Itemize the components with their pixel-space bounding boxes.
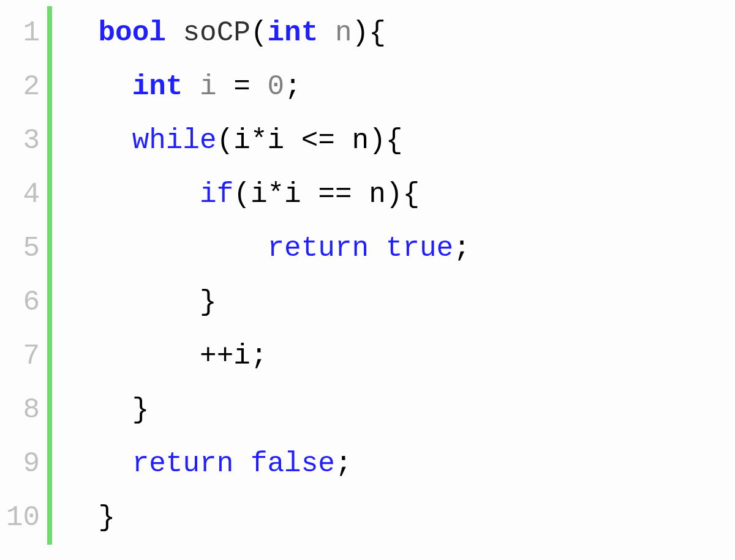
line-number: 10: [6, 491, 40, 545]
code-line-5: return true;: [64, 222, 470, 275]
line-number-gutter: 1 2 3 4 5 6 7 8 9 10: [0, 6, 47, 545]
line-number: 6: [23, 275, 40, 329]
keyword-false: false: [251, 448, 335, 480]
code-line-1: bool soCP(int n){: [64, 6, 470, 60]
code-area: bool soCP(int n){ int i = 0; while(i*i <…: [64, 6, 470, 545]
line-number: 3: [23, 114, 40, 168]
line-number: 7: [23, 329, 40, 383]
line-number: 5: [23, 222, 40, 275]
keyword-true: true: [386, 233, 453, 264]
line-number: 8: [23, 383, 40, 437]
code-line-6: }: [64, 275, 470, 329]
code-line-3: while(i*i <= n){: [64, 114, 470, 168]
gutter-divider: [47, 6, 52, 545]
code-line-7: ++i;: [64, 329, 470, 383]
code-line-9: return false;: [64, 437, 470, 491]
function-name: soCP: [183, 17, 250, 49]
code-line-4: if(i*i == n){: [64, 168, 470, 222]
code-line-8: }: [64, 383, 470, 437]
keyword-bool: bool: [98, 17, 165, 49]
line-number: 9: [23, 437, 40, 491]
line-number: 2: [23, 60, 40, 114]
keyword-int: int: [132, 71, 183, 103]
code-line-10: }: [64, 491, 470, 545]
code-line-2: int i = 0;: [64, 60, 470, 114]
keyword-int: int: [268, 17, 318, 49]
keyword-while: while: [132, 125, 217, 157]
keyword-if: if: [200, 179, 233, 211]
line-number: 1: [23, 6, 40, 60]
keyword-return: return: [267, 233, 369, 264]
line-number: 4: [23, 168, 40, 222]
keyword-return: return: [132, 448, 234, 480]
